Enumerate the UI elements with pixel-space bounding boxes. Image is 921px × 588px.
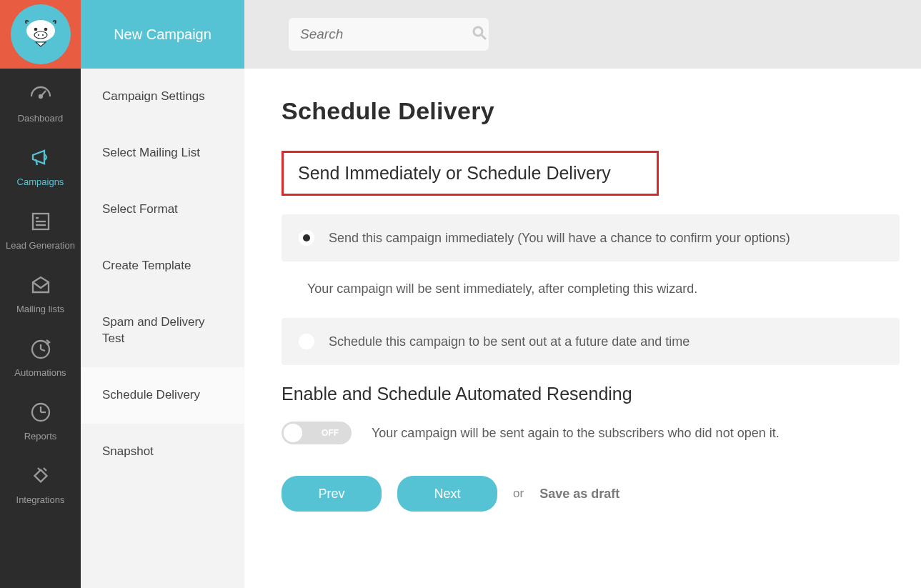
sidebar-item-spam-delivery-test[interactable]: Spam and Delivery Test <box>81 294 244 367</box>
svg-line-23 <box>482 35 486 39</box>
or-text: or <box>513 487 524 501</box>
sidebar-item-label: Spam and Delivery Test <box>102 315 205 345</box>
svg-point-1 <box>34 28 37 31</box>
send-section-title: Send Immediately or Schedule Delivery <box>298 163 611 184</box>
form-icon <box>28 209 54 234</box>
rail-item-label: Mailing lists <box>16 304 64 314</box>
sidebar-item-schedule-delivery[interactable]: Schedule Delivery <box>81 367 244 424</box>
content-area: Schedule Delivery Send Immediately or Sc… <box>244 69 921 588</box>
clock-arrow-icon <box>28 336 54 362</box>
option-label: Send this campaign immediately (You will… <box>329 231 790 246</box>
rail-item-dashboard[interactable]: Dashboard <box>0 69 81 132</box>
svg-line-15 <box>41 349 45 351</box>
sidebar-item-label: Select Format <box>102 202 178 216</box>
nav-rail: Dashboard Campaigns Lead Generation <box>0 0 81 588</box>
svg-line-21 <box>44 468 46 471</box>
plug-icon <box>28 463 54 489</box>
toggle-knob <box>284 424 302 442</box>
search-box[interactable] <box>289 18 489 51</box>
svg-point-7 <box>39 95 42 98</box>
rail-item-automations[interactable]: Automations <box>0 323 81 387</box>
radio-schedule-later[interactable] <box>299 334 314 349</box>
rail-item-reports[interactable]: Reports <box>0 387 81 450</box>
search-icon <box>471 24 488 44</box>
svg-point-22 <box>474 27 482 36</box>
rail-item-label: Automations <box>14 367 66 378</box>
rail-item-label: Reports <box>24 431 57 442</box>
rail-item-label: Campaigns <box>17 176 64 187</box>
svg-point-4 <box>37 34 39 36</box>
sidebar-item-snapshot[interactable]: Snapshot <box>81 424 244 480</box>
topbar <box>244 0 921 69</box>
logo-circle <box>11 4 71 64</box>
sidebar-header-label: New Campaign <box>114 26 211 43</box>
sidebar-header: New Campaign <box>81 0 244 69</box>
rail-item-mailing-lists[interactable]: Mailing lists <box>0 259 81 323</box>
toggle-label: OFF <box>322 428 339 438</box>
next-button[interactable]: Next <box>397 476 497 512</box>
gauge-icon <box>28 81 54 107</box>
rail-item-label: Dashboard <box>18 113 64 124</box>
wizard-sidebar: New Campaign Campaign Settings Select Ma… <box>81 0 244 588</box>
wizard-footer: Prev Next or Save as draft <box>282 476 900 512</box>
sidebar-item-label: Campaign Settings <box>102 89 205 103</box>
rail-item-label: Lead Generation <box>6 240 75 251</box>
megaphone-icon <box>28 145 54 171</box>
rail-item-label: Integrations <box>16 494 65 505</box>
page-title: Schedule Delivery <box>282 97 900 125</box>
immediate-helper-text: Your campaign will be sent immediately, … <box>282 277 900 318</box>
sidebar-item-label: Create Template <box>102 259 191 272</box>
svg-point-3 <box>34 31 47 39</box>
option-send-immediately[interactable]: Send this campaign immediately (You will… <box>282 214 900 261</box>
clock-icon <box>28 399 54 425</box>
resend-toggle-row: OFF Your campaign will be sent again to … <box>282 422 900 444</box>
sidebar-item-campaign-settings[interactable]: Campaign Settings <box>81 69 244 125</box>
resend-helper-text: Your campaign will be sent again to the … <box>372 426 780 441</box>
sidebar-item-label: Select Mailing List <box>102 146 200 159</box>
envelope-icon <box>28 272 54 298</box>
radio-send-immediately[interactable] <box>299 230 314 246</box>
search-input[interactable] <box>300 26 471 42</box>
option-schedule-later[interactable]: Schedule this campaign to be sent out at… <box>282 318 900 365</box>
cow-logo-icon <box>21 15 60 54</box>
prev-button[interactable]: Prev <box>282 476 382 512</box>
rail-item-lead-generation[interactable]: Lead Generation <box>0 196 81 259</box>
resend-toggle[interactable]: OFF <box>282 422 352 444</box>
rail-item-integrations[interactable]: Integrations <box>0 450 81 514</box>
svg-point-5 <box>41 34 43 36</box>
brand-logo[interactable] <box>0 0 81 69</box>
option-label: Schedule this campaign to be sent out at… <box>329 334 689 349</box>
sidebar-item-select-mailing-list[interactable]: Select Mailing List <box>81 125 244 181</box>
svg-point-2 <box>44 28 47 31</box>
sidebar-item-select-format[interactable]: Select Format <box>81 181 244 238</box>
highlighted-section-title: Send Immediately or Schedule Delivery <box>282 151 659 196</box>
rail-item-campaigns[interactable]: Campaigns <box>0 132 81 196</box>
sidebar-item-label: Schedule Delivery <box>102 388 200 402</box>
main-column: Schedule Delivery Send Immediately or Sc… <box>244 0 921 588</box>
svg-line-20 <box>38 468 41 471</box>
sidebar-item-label: Snapshot <box>102 444 154 458</box>
save-as-draft-link[interactable]: Save as draft <box>539 487 619 502</box>
sidebar-item-create-template[interactable]: Create Template <box>81 238 244 294</box>
resend-section-title: Enable and Schedule Automated Resending <box>282 384 900 404</box>
svg-rect-19 <box>34 470 46 482</box>
